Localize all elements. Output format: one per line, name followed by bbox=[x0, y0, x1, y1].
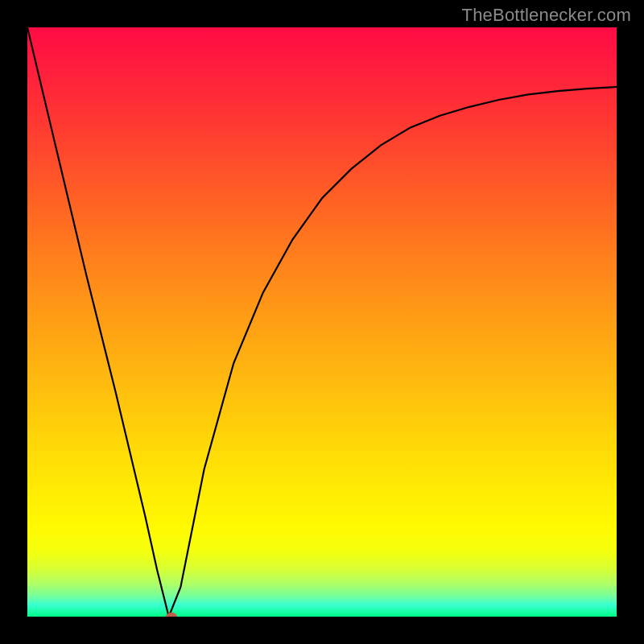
chart-marker-dot bbox=[166, 613, 177, 617]
chart-curve-svg bbox=[27, 27, 617, 617]
bottleneck-curve-path bbox=[27, 27, 617, 617]
chart-plot-area bbox=[27, 27, 617, 617]
watermark-text: TheBottlenecker.com bbox=[462, 5, 631, 26]
